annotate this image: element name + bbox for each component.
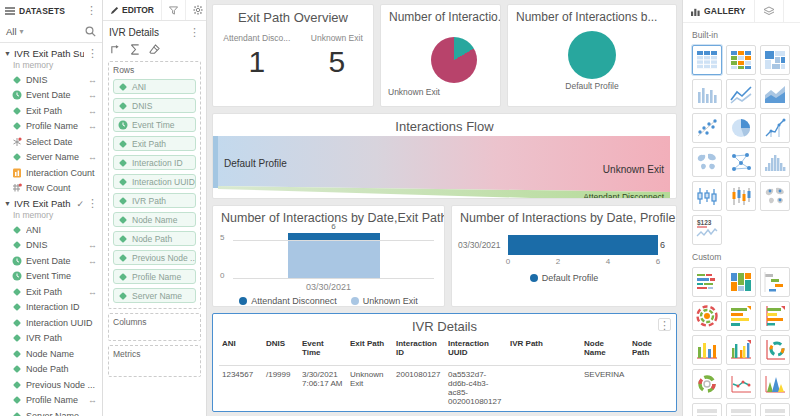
- gallery-tile-geo-map[interactable]: [760, 181, 790, 211]
- ivr-details-table[interactable]: ANIDNISEvent TimeExit PathInteraction ID…: [219, 336, 671, 410]
- column-header-ani[interactable]: ANI: [219, 336, 263, 366]
- row-pill-ani[interactable]: ANI: [113, 79, 196, 94]
- metrics-section[interactable]: Metrics: [108, 345, 201, 377]
- field-node-path[interactable]: Node Path: [0, 362, 102, 378]
- gallery-tile-stock-chart[interactable]: [760, 113, 790, 143]
- legend-unknown-exit[interactable]: Unknown Exit: [351, 296, 418, 306]
- gallery-tile-world-map[interactable]: [692, 147, 722, 177]
- gallery-tile-column-grouped[interactable]: [726, 335, 756, 365]
- datasets-menu-icon[interactable]: ⋮: [86, 5, 97, 16]
- gallery-tile-kpi-sparkline[interactable]: $123: [692, 215, 722, 245]
- card-ivr-details[interactable]: IVR Details ⋮ ANIDNISEvent TimeExit Path…: [212, 313, 677, 412]
- field-dnis[interactable]: DNIS↔: [0, 72, 102, 88]
- column-header-event-time[interactable]: Event Time: [299, 336, 347, 366]
- card-interactions-pie[interactable]: Number of Interactio... Unknown Exit: [380, 4, 501, 107]
- field-event-date[interactable]: Event Date↔: [0, 88, 102, 104]
- gallery-tile-mekko[interactable]: [726, 267, 756, 297]
- tab-editor[interactable]: EDITOR: [103, 0, 162, 20]
- row-pill-node-name[interactable]: Node Name: [113, 212, 196, 227]
- column-header-interaction-id[interactable]: Interaction ID: [393, 336, 445, 366]
- gallery-tile-histogram[interactable]: [760, 147, 790, 177]
- gallery-tile-sunburst[interactable]: [692, 301, 722, 331]
- gallery-tile-hbar-multi[interactable]: [726, 301, 756, 331]
- column-header-node-path[interactable]: Node Path: [629, 336, 671, 366]
- field-server-name[interactable]: Server Name↔: [0, 150, 102, 166]
- row-pill-node-path[interactable]: Node Path: [113, 231, 196, 246]
- horizontal-bar[interactable]: [508, 235, 658, 255]
- field-ani[interactable]: ANI: [0, 222, 102, 238]
- column-header-interaction-uuid[interactable]: Interaction UUID: [445, 336, 507, 366]
- card-interactions-by-date-profile[interactable]: Number of Interactions by Date, Profile …: [451, 205, 677, 307]
- gallery-tile-donut-axis[interactable]: [760, 335, 790, 365]
- card-interactions-flow[interactable]: Interactions Flow Default Profile Unknow…: [212, 113, 677, 200]
- sankey-diagram[interactable]: Default Profile Unknown Exit Attendant D…: [213, 136, 670, 200]
- field-dnis[interactable]: DNIS↔: [0, 238, 102, 254]
- tab-filters[interactable]: [162, 0, 186, 20]
- gallery-tile-network-graph[interactable]: [726, 147, 756, 177]
- legend-attendant-disconnect[interactable]: Attendant Disconnect: [239, 296, 337, 306]
- gallery-tile-hbar-axis[interactable]: [760, 301, 790, 331]
- gallery-tile-area-chart[interactable]: [760, 79, 790, 109]
- field-ivr-path[interactable]: IVR Path: [0, 331, 102, 347]
- field-interaction-count[interactable]: Interaction Count: [0, 165, 102, 181]
- field-exit-path[interactable]: Exit Path↔: [0, 103, 102, 119]
- caret-down-icon[interactable]: ▼: [4, 200, 11, 207]
- field-row-count[interactable]: Row Count: [0, 181, 102, 197]
- menu-icon[interactable]: [5, 6, 15, 16]
- legend-default-profile[interactable]: Default Profile: [530, 273, 599, 283]
- field-event-date[interactable]: Event Date↔: [0, 253, 102, 269]
- gallery-tile-box-plot[interactable]: [692, 181, 722, 211]
- gallery-tile-table[interactable]: [692, 45, 722, 75]
- row-pill-ivr-path[interactable]: IVR Path: [113, 193, 196, 208]
- card-menu-icon[interactable]: ⋮: [658, 318, 671, 331]
- field-node-name[interactable]: Node Name: [0, 346, 102, 362]
- dataset-menu-icon[interactable]: ⋮: [87, 48, 98, 59]
- field-server-name[interactable]: Server Name↔: [0, 408, 102, 416]
- gallery-tile-partial-3[interactable]: [760, 403, 790, 416]
- tab-gallery[interactable]: GALLERY: [683, 0, 755, 22]
- field-profile-name[interactable]: Profile Name↔: [0, 119, 102, 135]
- gallery-tile-line-chart[interactable]: [726, 79, 756, 109]
- gallery-tile-scatter-plot[interactable]: [692, 113, 722, 143]
- gallery-tile-partial-2[interactable]: [726, 403, 756, 416]
- gallery-tile-column-multi[interactable]: [692, 335, 722, 365]
- dataset-filter-dropdown[interactable]: All ▾: [0, 21, 102, 43]
- sankey-node-default-profile[interactable]: [213, 136, 218, 188]
- row-pill-server-name[interactable]: Server Name: [113, 288, 196, 303]
- row-pill-interaction-id[interactable]: Interaction ID: [113, 155, 196, 170]
- card-profile-pie[interactable]: Number of Interactions b... Default Prof…: [507, 4, 677, 107]
- column-header-dnis[interactable]: DNIS: [263, 336, 299, 366]
- field-select-date[interactable]: Select Date: [0, 134, 102, 150]
- field-interaction-id[interactable]: Interaction ID: [0, 300, 102, 316]
- pie-chart[interactable]: [431, 37, 477, 83]
- field-profile-name[interactable]: Profile Name↔: [0, 393, 102, 409]
- field-event-time[interactable]: Event Time: [0, 269, 102, 285]
- gallery-tile-data-clock[interactable]: [692, 267, 722, 297]
- editor-widget-menu-icon[interactable]: ⋮: [189, 27, 200, 38]
- gallery-tile-pie-chart[interactable]: [726, 113, 756, 143]
- row-pill-interaction-uuid[interactable]: Interaction UUID: [113, 174, 196, 189]
- row-pill-profile-name[interactable]: Profile Name: [113, 269, 196, 284]
- tab-widgets[interactable]: [755, 0, 784, 22]
- gallery-tile-donut-rings[interactable]: [692, 369, 722, 399]
- card-interactions-by-date-exit-path[interactable]: Number of Interactions by Date,Exit Path…: [212, 205, 445, 307]
- field-exit-path[interactable]: Exit Path↔: [0, 284, 102, 300]
- gallery-tile-bar-chart[interactable]: [692, 79, 722, 109]
- dataset-menu-icon[interactable]: ⋮: [87, 198, 98, 209]
- row-pill-event-time[interactable]: Event Time: [113, 117, 196, 132]
- gallery-tile-pivot-table[interactable]: [726, 45, 756, 75]
- corner-arrow-icon[interactable]: [110, 44, 121, 55]
- eraser-icon[interactable]: [149, 44, 160, 55]
- pie-chart[interactable]: [568, 31, 616, 79]
- bar-segment-unknown-exit[interactable]: [288, 241, 380, 279]
- gallery-tile-gantt[interactable]: [760, 267, 790, 297]
- dataset-group-ivr-exit-path-summ[interactable]: ▼IVR Exit Path Summ...⋮: [0, 46, 102, 60]
- gallery-tile-treemap[interactable]: [760, 45, 790, 75]
- gallery-tile-peak-area[interactable]: [760, 369, 790, 399]
- tab-settings[interactable]: [186, 0, 207, 20]
- table-row[interactable]: 1234567/199993/30/2021 7:06:17 AMUnknown…: [219, 366, 671, 411]
- gallery-tile-line-markers[interactable]: [726, 369, 756, 399]
- sigma-icon[interactable]: [130, 44, 140, 55]
- field-interaction-uuid[interactable]: Interaction UUID: [0, 315, 102, 331]
- columns-section[interactable]: Columns: [108, 313, 201, 341]
